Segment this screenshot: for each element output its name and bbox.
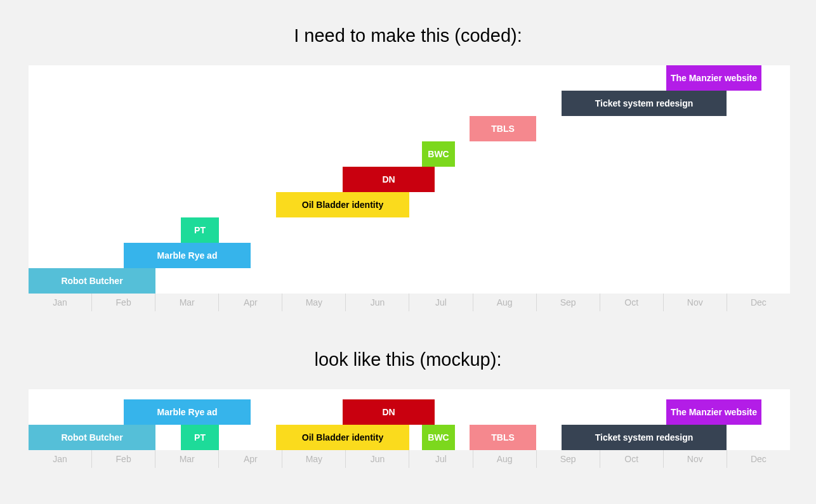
bar-bwc: BWC — [422, 425, 455, 450]
month-tick: Mar — [155, 450, 218, 468]
bar-robot: Robot Butcher — [29, 268, 155, 294]
month-tick: Dec — [727, 450, 790, 468]
chart-mockup-wrap: Robot ButcherMarble Rye adPTOil Bladder … — [29, 389, 787, 468]
bar-dn: DN — [343, 167, 435, 192]
month-tick: Apr — [218, 450, 282, 468]
bar-marble: Marble Rye ad — [124, 399, 251, 425]
bar-oil: Oil Bladder identity — [276, 192, 409, 217]
month-tick: Jan — [29, 294, 91, 311]
month-tick: Oct — [600, 294, 663, 311]
bar-pt: PT — [181, 425, 219, 450]
heading-mockup: look like this (mockup): — [29, 349, 787, 370]
bar-marble: Marble Rye ad — [124, 243, 251, 268]
month-tick: Mar — [155, 294, 218, 311]
chart-coded: Robot ButcherMarble Rye adPTOil Bladder … — [29, 65, 790, 294]
bar-robot: Robot Butcher — [29, 425, 155, 450]
bar-dn: DN — [343, 399, 435, 425]
bar-ticket: Ticket system redesign — [562, 91, 727, 116]
month-tick: May — [282, 294, 345, 311]
bar-manzier: The Manzier website — [666, 399, 761, 425]
bar-oil: Oil Bladder identity — [276, 425, 409, 450]
month-tick: Aug — [473, 294, 536, 311]
month-tick: Dec — [727, 294, 790, 311]
month-tick: Jun — [345, 450, 409, 468]
bar-manzier: The Manzier website — [666, 65, 761, 91]
month-tick: Jan — [29, 450, 91, 468]
month-tick: Sep — [536, 450, 600, 468]
bar-ticket: Ticket system redesign — [562, 425, 727, 450]
month-tick: Feb — [91, 450, 155, 468]
month-tick: Jul — [409, 294, 472, 311]
bar-tbls: TBLS — [470, 116, 536, 141]
month-tick: Aug — [473, 450, 536, 468]
bar-pt: PT — [181, 217, 219, 243]
month-tick: Jul — [409, 450, 472, 468]
month-tick: Sep — [536, 294, 600, 311]
month-tick: Nov — [663, 450, 727, 468]
month-tick: Jun — [345, 294, 409, 311]
chart-coded-wrap: Robot ButcherMarble Rye adPTOil Bladder … — [29, 65, 787, 311]
month-tick: May — [282, 450, 345, 468]
axis-mockup: JanFebMarAprMayJunJulAugSepOctNovDec — [29, 450, 790, 468]
month-tick: Feb — [91, 294, 155, 311]
heading-coded: I need to make this (coded): — [29, 25, 787, 46]
chart-mockup: Robot ButcherMarble Rye adPTOil Bladder … — [29, 389, 790, 450]
month-tick: Oct — [600, 450, 663, 468]
axis-coded: JanFebMarAprMayJunJulAugSepOctNovDec — [29, 294, 790, 311]
month-tick: Apr — [218, 294, 282, 311]
bar-bwc: BWC — [422, 141, 455, 167]
bar-tbls: TBLS — [470, 425, 536, 450]
month-tick: Nov — [663, 294, 727, 311]
